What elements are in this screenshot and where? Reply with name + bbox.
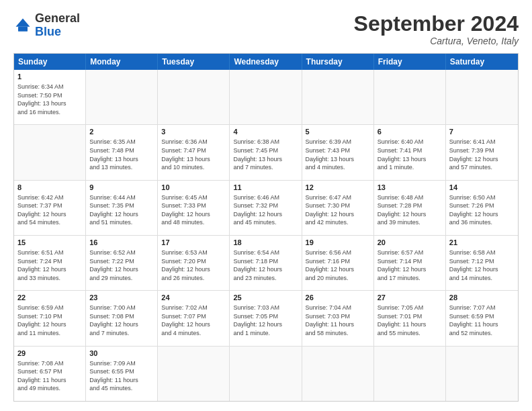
- calendar-cell: 17Sunrise: 6:53 AM Sunset: 7:20 PM Dayli…: [158, 236, 230, 290]
- day-number: 26: [306, 293, 370, 303]
- day-number: 6: [378, 127, 442, 137]
- calendar-cell: 10Sunrise: 6:45 AM Sunset: 7:33 PM Dayli…: [158, 181, 230, 235]
- calendar-row: 22Sunrise: 6:59 AM Sunset: 7:10 PM Dayli…: [14, 290, 518, 345]
- calendar: SundayMondayTuesdayWednesdayThursdayFrid…: [13, 53, 519, 402]
- day-number: 27: [378, 293, 442, 303]
- calendar-cell: [158, 70, 230, 124]
- day-number: 30: [89, 349, 154, 359]
- calendar-cell: [14, 125, 86, 179]
- calendar-cell: [158, 347, 230, 401]
- day-detail: Sunrise: 6:50 AM Sunset: 7:26 PM Dayligh…: [449, 193, 515, 227]
- day-detail: Sunrise: 6:39 AM Sunset: 7:43 PM Dayligh…: [306, 138, 370, 171]
- header-day: Monday: [86, 54, 158, 70]
- calendar-row: 8Sunrise: 6:42 AM Sunset: 7:37 PM Daylig…: [14, 180, 518, 235]
- day-detail: Sunrise: 6:51 AM Sunset: 7:24 PM Dayligh…: [17, 248, 82, 282]
- calendar-header: SundayMondayTuesdayWednesdayThursdayFrid…: [14, 54, 518, 70]
- day-number: 28: [449, 293, 515, 303]
- calendar-cell: 11Sunrise: 6:46 AM Sunset: 7:32 PM Dayli…: [230, 181, 302, 235]
- day-detail: Sunrise: 6:42 AM Sunset: 7:37 PM Dayligh…: [17, 193, 82, 227]
- day-detail: Sunrise: 6:45 AM Sunset: 7:33 PM Dayligh…: [161, 193, 226, 227]
- day-number: 13: [378, 183, 442, 193]
- day-detail: Sunrise: 7:05 AM Sunset: 7:01 PM Dayligh…: [378, 304, 442, 337]
- calendar-cell: [302, 70, 374, 124]
- logo-icon: [13, 16, 32, 35]
- calendar-cell: 27Sunrise: 7:05 AM Sunset: 7:01 PM Dayli…: [374, 291, 446, 345]
- day-detail: Sunrise: 6:34 AM Sunset: 7:50 PM Dayligh…: [17, 83, 82, 116]
- calendar-body: 1Sunrise: 6:34 AM Sunset: 7:50 PM Daylig…: [14, 70, 518, 401]
- calendar-cell: [446, 347, 518, 401]
- calendar-cell: 9Sunrise: 6:44 AM Sunset: 7:35 PM Daylig…: [86, 181, 158, 235]
- calendar-cell: [374, 347, 446, 401]
- calendar-cell: 5Sunrise: 6:39 AM Sunset: 7:43 PM Daylig…: [302, 125, 374, 179]
- svg-marker-0: [16, 18, 30, 26]
- day-number: 7: [449, 127, 515, 137]
- day-detail: Sunrise: 6:41 AM Sunset: 7:39 PM Dayligh…: [449, 138, 515, 171]
- day-number: 5: [306, 127, 370, 137]
- logo-text: General Blue: [35, 12, 80, 39]
- calendar-cell: 30Sunrise: 7:09 AM Sunset: 6:55 PM Dayli…: [86, 347, 158, 401]
- day-number: 9: [89, 183, 154, 193]
- calendar-cell: 4Sunrise: 6:38 AM Sunset: 7:45 PM Daylig…: [230, 125, 302, 179]
- calendar-cell: 14Sunrise: 6:50 AM Sunset: 7:26 PM Dayli…: [446, 181, 518, 235]
- header-day: Thursday: [302, 54, 374, 70]
- day-number: 12: [306, 183, 370, 193]
- calendar-cell: 20Sunrise: 6:57 AM Sunset: 7:14 PM Dayli…: [374, 236, 446, 290]
- header-day: Tuesday: [158, 54, 230, 70]
- calendar-cell: 7Sunrise: 6:41 AM Sunset: 7:39 PM Daylig…: [446, 125, 518, 179]
- header-day: Wednesday: [230, 54, 302, 70]
- calendar-cell: 25Sunrise: 7:03 AM Sunset: 7:05 PM Dayli…: [230, 291, 302, 345]
- day-detail: Sunrise: 7:08 AM Sunset: 6:57 PM Dayligh…: [17, 359, 82, 393]
- day-number: 2: [89, 127, 154, 137]
- calendar-cell: 18Sunrise: 6:54 AM Sunset: 7:18 PM Dayli…: [230, 236, 302, 290]
- day-number: 24: [161, 293, 226, 303]
- day-detail: Sunrise: 6:44 AM Sunset: 7:35 PM Dayligh…: [89, 193, 154, 227]
- day-number: 25: [233, 293, 298, 303]
- day-detail: Sunrise: 6:40 AM Sunset: 7:41 PM Dayligh…: [378, 138, 442, 171]
- svg-rect-1: [18, 27, 28, 32]
- calendar-cell: 22Sunrise: 6:59 AM Sunset: 7:10 PM Dayli…: [14, 291, 86, 345]
- day-number: 18: [233, 238, 298, 248]
- day-detail: Sunrise: 6:56 AM Sunset: 7:16 PM Dayligh…: [306, 248, 370, 282]
- calendar-row: 15Sunrise: 6:51 AM Sunset: 7:24 PM Dayli…: [14, 235, 518, 290]
- day-detail: Sunrise: 6:48 AM Sunset: 7:28 PM Dayligh…: [378, 193, 442, 227]
- month-title: September 2024: [354, 12, 519, 36]
- calendar-cell: 2Sunrise: 6:35 AM Sunset: 7:48 PM Daylig…: [86, 125, 158, 179]
- day-detail: Sunrise: 6:53 AM Sunset: 7:20 PM Dayligh…: [161, 248, 226, 282]
- calendar-row: 2Sunrise: 6:35 AM Sunset: 7:48 PM Daylig…: [14, 124, 518, 179]
- header: General Blue September 2024 Cartura, Ven…: [13, 12, 519, 46]
- calendar-row: 1Sunrise: 6:34 AM Sunset: 7:50 PM Daylig…: [14, 70, 518, 124]
- calendar-cell: [86, 70, 158, 124]
- day-number: 16: [89, 238, 154, 248]
- day-number: 21: [449, 238, 515, 248]
- day-number: 17: [161, 238, 226, 248]
- day-detail: Sunrise: 6:35 AM Sunset: 7:48 PM Dayligh…: [89, 138, 154, 171]
- day-number: 29: [17, 349, 82, 359]
- calendar-cell: 28Sunrise: 7:07 AM Sunset: 6:59 PM Dayli…: [446, 291, 518, 345]
- day-detail: Sunrise: 6:59 AM Sunset: 7:10 PM Dayligh…: [17, 304, 82, 337]
- day-number: 1: [17, 72, 82, 82]
- location-subtitle: Cartura, Veneto, Italy: [354, 36, 519, 46]
- day-detail: Sunrise: 7:09 AM Sunset: 6:55 PM Dayligh…: [89, 359, 154, 393]
- day-number: 23: [89, 293, 154, 303]
- calendar-cell: 24Sunrise: 7:02 AM Sunset: 7:07 PM Dayli…: [158, 291, 230, 345]
- day-number: 8: [17, 183, 82, 193]
- day-number: 11: [233, 183, 298, 193]
- day-detail: Sunrise: 6:54 AM Sunset: 7:18 PM Dayligh…: [233, 248, 298, 282]
- calendar-row: 29Sunrise: 7:08 AM Sunset: 6:57 PM Dayli…: [14, 346, 518, 401]
- title-block: September 2024 Cartura, Veneto, Italy: [354, 12, 519, 46]
- day-number: 15: [17, 238, 82, 248]
- calendar-cell: 29Sunrise: 7:08 AM Sunset: 6:57 PM Dayli…: [14, 347, 86, 401]
- calendar-cell: [374, 70, 446, 124]
- calendar-cell: [230, 347, 302, 401]
- calendar-cell: 1Sunrise: 6:34 AM Sunset: 7:50 PM Daylig…: [14, 70, 86, 124]
- day-number: 4: [233, 127, 298, 137]
- header-day: Sunday: [14, 54, 86, 70]
- header-day: Friday: [374, 54, 446, 70]
- calendar-cell: 13Sunrise: 6:48 AM Sunset: 7:28 PM Dayli…: [374, 181, 446, 235]
- day-number: 14: [449, 183, 515, 193]
- calendar-cell: 15Sunrise: 6:51 AM Sunset: 7:24 PM Dayli…: [14, 236, 86, 290]
- day-detail: Sunrise: 7:07 AM Sunset: 6:59 PM Dayligh…: [449, 304, 515, 337]
- day-number: 10: [161, 183, 226, 193]
- calendar-page: General Blue September 2024 Cartura, Ven…: [0, 0, 532, 411]
- calendar-cell: 23Sunrise: 7:00 AM Sunset: 7:08 PM Dayli…: [86, 291, 158, 345]
